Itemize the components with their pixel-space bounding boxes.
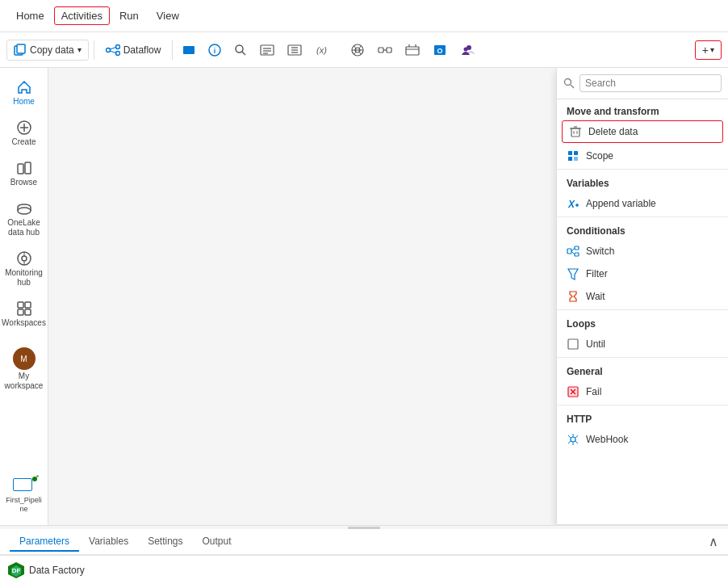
sidebar-item-my-workspace[interactable]: M My workspace [2, 342, 46, 396]
toolbar-outlook-button[interactable]: O [428, 40, 452, 60]
append-variable-label: Append variable [586, 198, 656, 209]
data-factory-bar: DF Data Factory [0, 555, 728, 584]
section-http: HTTP WebHook [557, 407, 728, 451]
panel-item-wait[interactable]: Wait [557, 285, 728, 308]
nav-home[interactable]: Home [8, 6, 52, 25]
copy-data-button[interactable]: Copy data ▾ [6, 40, 89, 61]
sidebar-item-onelake[interactable]: OneLake data hub [2, 195, 46, 242]
until-icon [567, 338, 579, 351]
onelake-icon [16, 200, 32, 216]
svg-point-42 [22, 256, 27, 261]
sidebar-workspace-label: My workspace [5, 372, 44, 391]
toolbar-teams-button[interactable] [455, 40, 479, 60]
svg-text:DF: DF [12, 567, 21, 574]
svg-rect-38 [18, 164, 23, 174]
collapse-bottom-panel[interactable]: ∧ [709, 534, 718, 549]
section-header-loops: Loops [557, 312, 728, 333]
filter-label: Filter [586, 268, 608, 279]
bottom-tab-variables[interactable]: Variables [79, 532, 138, 552]
panel-item-fail[interactable]: Fail [557, 380, 728, 403]
add-chevron: ▾ [710, 45, 714, 54]
toolbar-info-button[interactable]: i [203, 40, 226, 60]
nav-view[interactable]: View [149, 6, 187, 25]
toolbar-variable-button[interactable]: (x) [310, 40, 342, 60]
scope-label: Scope [586, 150, 613, 162]
sidebar-item-create[interactable]: Create [2, 115, 46, 152]
toolbar-export-button[interactable] [400, 40, 425, 60]
panel-item-scope[interactable]: Scope [557, 145, 728, 167]
section-move-transform: Move and transform Delete data [557, 99, 728, 170]
sidebar-item-monitoring[interactable]: Monitoring hub [2, 246, 46, 292]
svg-text:O: O [437, 47, 443, 55]
toolbar-search-button[interactable] [229, 40, 252, 60]
svg-text:(x): (x) [316, 45, 327, 55]
copy-data-chevron: ▾ [77, 45, 82, 54]
toolbar-icon-1[interactable] [178, 40, 200, 60]
wait-label: Wait [586, 291, 605, 302]
svg-rect-46 [25, 302, 31, 308]
canvas: Move and transform Delete data [48, 68, 728, 525]
svg-rect-58 [568, 157, 572, 161]
toolbar: Copy data ▾ Dataflow i [0, 32, 728, 68]
section-header-move: Move and transform [557, 99, 728, 120]
copy-data-label: Copy data [30, 44, 74, 56]
monitoring-icon [16, 250, 32, 267]
home-icon [16, 79, 32, 95]
network-icon [350, 44, 365, 57]
bottom-tab-settings[interactable]: Settings [138, 532, 192, 552]
sidebar-onelake-label: OneLake data hub [6, 218, 43, 237]
svg-point-3 [115, 44, 119, 48]
dataflow-button[interactable]: Dataflow [99, 40, 168, 60]
panel-item-delete-data[interactable]: Delete data [562, 120, 723, 143]
add-activity-button[interactable]: + ▾ [695, 40, 722, 60]
svg-line-6 [110, 51, 115, 53]
nav-run[interactable]: Run [111, 6, 147, 25]
panel-item-append-variable[interactable]: X Append variable [557, 192, 728, 215]
svg-point-74 [571, 437, 575, 442]
svg-rect-59 [574, 157, 578, 161]
search-input[interactable] [579, 74, 722, 92]
panel-item-webhook[interactable]: WebHook [557, 428, 728, 451]
sidebar-home-label: Home [13, 97, 35, 107]
magnifier-icon [234, 44, 247, 57]
sidebar-item-workspaces[interactable]: Workspaces [2, 296, 46, 333]
panel-item-filter[interactable]: Filter [557, 263, 728, 285]
svg-rect-63 [567, 249, 571, 254]
copy-data-icon [14, 44, 27, 57]
svg-point-10 [236, 45, 243, 53]
panel-item-switch[interactable]: Switch [557, 240, 728, 263]
toolbar-separator-1 [94, 40, 94, 60]
toolbar-pipeline-button[interactable] [373, 40, 397, 60]
svg-point-49 [565, 79, 571, 86]
search-box [557, 68, 728, 99]
bottom-area: Parameters Variables Settings Output ∧ [0, 525, 728, 555]
delete-data-label: Delete data [588, 126, 638, 137]
svg-point-2 [106, 48, 110, 52]
svg-rect-24 [379, 48, 383, 53]
svg-line-11 [242, 52, 245, 55]
activities-dropdown-panel: Move and transform Delete data [556, 68, 728, 525]
add-icon: + [702, 44, 709, 57]
sidebar-item-browse[interactable]: Browse [2, 155, 46, 192]
svg-rect-48 [25, 309, 31, 315]
text-icon [260, 44, 274, 57]
data-factory-label: Data Factory [29, 565, 85, 576]
svg-text:i: i [214, 47, 216, 55]
toolbar-network-button[interactable] [345, 40, 370, 60]
sidebar-workspaces-label: Workspaces [2, 318, 46, 328]
toolbar-list-button[interactable] [282, 40, 307, 60]
webhook-icon [567, 433, 579, 446]
bottom-tab-parameters[interactable]: Parameters [10, 532, 79, 552]
svg-line-5 [110, 47, 115, 49]
sidebar-item-home[interactable]: Home [2, 74, 46, 111]
svg-rect-56 [568, 151, 572, 155]
export-icon [405, 44, 420, 57]
section-variables: Variables X Append variable [557, 171, 728, 217]
sidebar-item-pipeline[interactable]: First_Pipeline [2, 473, 46, 519]
bottom-tab-output[interactable]: Output [193, 532, 241, 552]
panel-item-until[interactable]: Until [557, 333, 728, 355]
dataflow-label: Dataflow [123, 44, 161, 56]
top-nav: Home Activities Run View [0, 0, 728, 32]
nav-activities[interactable]: Activities [54, 6, 110, 25]
toolbar-text-button[interactable] [255, 40, 279, 60]
